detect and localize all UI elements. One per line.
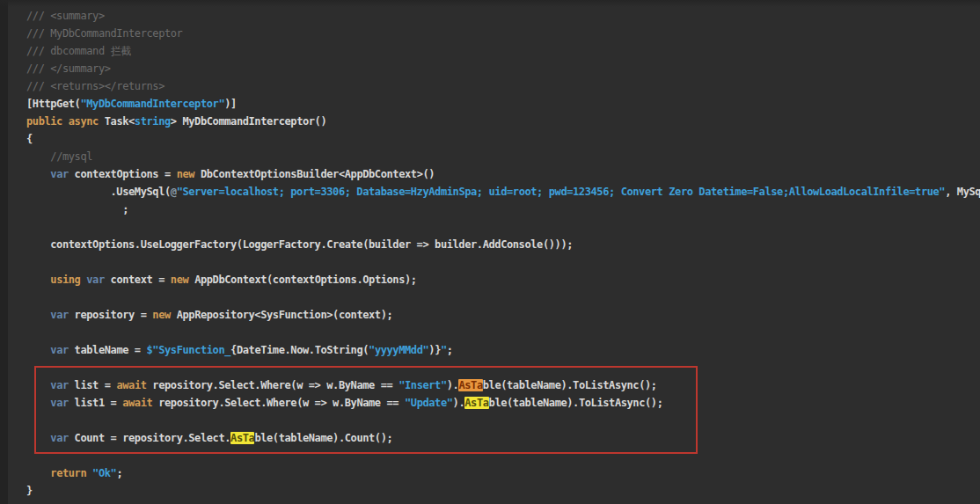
code-line	[26, 359, 980, 376]
code-line: return "Ok";	[26, 464, 980, 482]
code-line	[26, 412, 980, 429]
code-line: ;	[26, 201, 980, 218]
code-line: {	[26, 130, 980, 148]
code-line: /// dbcommand 拦截	[26, 42, 980, 60]
code-line: /// <summary>	[26, 7, 980, 25]
code-line: public async Task<string> MyDbCommandInt…	[26, 113, 980, 130]
code-line: /// MyDbCommandInterceptor	[26, 25, 980, 42]
code-line: var contextOptions = new DbContextOption…	[26, 165, 980, 183]
code-editor[interactable]: /// <summary>/// MyDbCommandInterceptor/…	[26, 7, 980, 504]
code-line: var repository = new AppRepository<SysFu…	[26, 306, 980, 324]
search-match-highlight: AsTa	[464, 397, 488, 409]
code-line: using var context = new AppDbContext(con…	[26, 271, 980, 289]
code-line	[26, 218, 980, 236]
code-line: /// </summary>	[26, 60, 980, 77]
code-line: var Count = repository.Select.AsTable(ta…	[26, 429, 980, 447]
code-line	[26, 289, 980, 306]
code-line	[26, 447, 980, 464]
code-line	[26, 324, 980, 341]
code-line	[26, 253, 980, 271]
code-line: var tableName = $"SysFunction_{DateTime.…	[26, 341, 980, 359]
code-line: [HttpGet("MyDbCommandInterceptor")]	[26, 95, 980, 113]
code-lines: /// <summary>/// MyDbCommandInterceptor/…	[26, 7, 980, 500]
search-match-highlight: AsTa	[458, 379, 482, 391]
code-line: var list = await repository.Select.Where…	[26, 376, 980, 394]
code-line: contextOptions.UseLoggerFactory(LoggerFa…	[26, 236, 980, 253]
top-shade	[0, 0, 980, 7]
editor-gutter	[0, 0, 8, 504]
code-line: var list1 = await repository.Select.Wher…	[26, 394, 980, 412]
search-match-highlight: AsTa	[230, 432, 254, 444]
code-line: /// <returns></returns>	[26, 77, 980, 95]
code-line: }	[26, 482, 980, 500]
code-line: .UseMySql(@"Server=localhost; port=3306;…	[26, 183, 980, 201]
code-line: //mysql	[26, 148, 980, 165]
